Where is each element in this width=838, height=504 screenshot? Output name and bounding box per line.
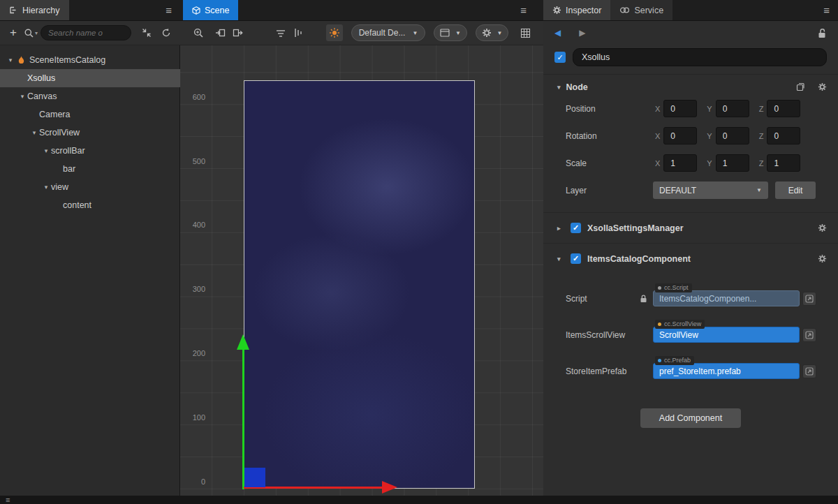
component-title: XsollaSettingsManager xyxy=(587,223,684,233)
position-y-input[interactable] xyxy=(716,100,749,117)
node-name-input[interactable] xyxy=(573,48,827,66)
prefab-reference-field[interactable]: pref_StoreItem.prefab xyxy=(653,363,800,379)
inspector-menu-icon[interactable]: ≡ xyxy=(815,0,838,20)
add-component-button[interactable]: Add Component xyxy=(640,408,741,428)
exit-node-icon[interactable] xyxy=(229,24,246,41)
ruler-label: 400 xyxy=(184,221,205,229)
asset-picker-button[interactable] xyxy=(802,364,816,378)
script-reference-field[interactable]: ItemsCatalogComponen... xyxy=(653,290,800,306)
view-mode-dropdown[interactable]: ▼ xyxy=(434,24,467,41)
rotation-x-input[interactable] xyxy=(663,127,697,144)
scale-label: Scale xyxy=(566,158,655,168)
rotation-z-input[interactable] xyxy=(767,127,800,144)
enter-node-icon[interactable] xyxy=(212,24,229,41)
expand-arrow-icon[interactable]: ▾ xyxy=(41,147,51,154)
tab-hierarchy[interactable]: Hierarchy xyxy=(0,0,69,20)
canvas-design-area[interactable] xyxy=(244,80,475,489)
x-axis-arrow-icon[interactable] xyxy=(382,481,397,494)
scene-viewport[interactable]: 600 500 400 300 200 100 0 xyxy=(180,45,543,496)
component-enabled-checkbox[interactable]: ✓ xyxy=(571,253,581,264)
scale-z-input[interactable] xyxy=(767,154,800,172)
tree-item-canvas[interactable]: ▾ Canvas xyxy=(0,87,180,105)
gizmo-light-icon[interactable] xyxy=(326,24,343,41)
hierarchy-menu-icon[interactable]: ≡ xyxy=(157,0,180,20)
asset-type-dot-icon xyxy=(658,359,661,362)
history-forward-icon[interactable]: ▶ xyxy=(579,28,585,38)
asset-type-dot-icon xyxy=(658,286,661,290)
gear-icon[interactable] xyxy=(818,82,827,91)
layer-dropdown[interactable]: DEFAULT ▼ xyxy=(653,181,768,199)
tree-item-scrollview[interactable]: ▾ ScrollView xyxy=(0,124,180,142)
inspector-history-row: ◀ ▶ xyxy=(543,21,838,45)
paste-component-icon[interactable] xyxy=(796,82,805,91)
scrollview-reference-field[interactable]: ScrollView xyxy=(653,327,800,343)
align-horizontal-icon[interactable] xyxy=(272,24,289,41)
script-prop-label: Script xyxy=(566,294,587,304)
asset-picker-button[interactable] xyxy=(802,328,816,342)
asset-picker-button[interactable] xyxy=(802,292,816,306)
collapse-all-button[interactable] xyxy=(138,24,155,41)
zoom-icon[interactable] xyxy=(190,24,207,41)
status-menu-icon[interactable]: ≡ xyxy=(0,496,10,504)
scene-menu-icon[interactable]: ≡ xyxy=(512,0,543,20)
inspector-tab-strip: Inspector Service ≡ xyxy=(543,0,838,21)
tab-inspector[interactable]: Inspector xyxy=(543,0,610,20)
tree-item-bar[interactable]: bar xyxy=(0,160,180,178)
axis-x-label: X xyxy=(655,105,660,113)
expand-arrow-icon[interactable]: ▾ xyxy=(29,129,39,136)
expand-arrow-icon[interactable]: ▸ xyxy=(557,225,564,232)
node-active-checkbox[interactable]: ✓ xyxy=(554,52,566,63)
hierarchy-icon xyxy=(9,6,18,15)
component-enabled-checkbox[interactable]: ✓ xyxy=(571,223,581,233)
chevron-down-icon: ▼ xyxy=(756,187,762,193)
add-node-button[interactable]: + xyxy=(6,26,21,40)
axis-y-label: Y xyxy=(707,132,712,140)
grid-toggle-icon[interactable] xyxy=(517,24,534,41)
gear-icon[interactable] xyxy=(818,254,827,263)
lock-open-icon[interactable] xyxy=(817,28,827,38)
position-x-input[interactable] xyxy=(663,100,697,117)
scene-settings-dropdown[interactable]: ▼ xyxy=(476,24,509,41)
position-z-input[interactable] xyxy=(767,100,800,117)
scene-tab-strip: Scene ≡ xyxy=(180,0,543,21)
rotation-row: Rotation X Y Z xyxy=(543,126,838,145)
search-filter-button[interactable]: ▾ xyxy=(24,28,38,38)
refresh-icon[interactable] xyxy=(158,24,175,41)
ruler-label: 600 xyxy=(184,93,205,101)
scale-y-input[interactable] xyxy=(716,154,749,172)
node-section-header[interactable]: ▾ Node xyxy=(543,74,838,99)
tree-item-view[interactable]: ▾ view xyxy=(0,178,180,196)
tree-item-xsollus[interactable]: Xsollus xyxy=(0,69,180,87)
expand-arrow-icon[interactable]: ▾ xyxy=(6,57,15,64)
align-vertical-icon[interactable] xyxy=(289,24,306,41)
expand-arrow-icon[interactable]: ▾ xyxy=(41,184,51,191)
tree-item-scene-root[interactable]: ▾ SceneItemsCatalog xyxy=(0,51,180,69)
service-link-icon xyxy=(619,6,630,14)
component-title: ItemsCatalogComponent xyxy=(587,254,691,264)
camera-preset-dropdown[interactable]: Default De... ▼ xyxy=(351,24,426,41)
tree-item-content[interactable]: content xyxy=(0,196,180,214)
gear-icon[interactable] xyxy=(818,223,827,232)
tab-inspector-label: Inspector xyxy=(566,6,601,15)
tree-item-scrollbar[interactable]: ▾ scrollBar xyxy=(0,142,180,160)
ruler-label: 200 xyxy=(184,349,205,357)
cocos-creator-editor: Hierarchy ≡ + ▾ ▾ xyxy=(0,0,838,504)
search-input[interactable] xyxy=(41,25,131,40)
history-back-icon[interactable]: ◀ xyxy=(554,28,561,38)
store-item-prefab-prop-label: StoreItemPrefab xyxy=(566,366,626,376)
expand-arrow-icon[interactable]: ▾ xyxy=(557,84,561,91)
items-catalog-component-header[interactable]: ▾ ✓ ItemsCatalogComponent xyxy=(543,243,838,274)
tab-service[interactable]: Service xyxy=(610,0,672,20)
tab-scene[interactable]: Scene xyxy=(183,0,238,20)
layer-edit-button[interactable]: Edit xyxy=(775,181,816,199)
y-axis-arrow-icon[interactable] xyxy=(237,334,249,350)
xsolla-settings-manager-header[interactable]: ▸ ✓ XsollaSettingsManager xyxy=(543,212,838,243)
scene-flame-icon xyxy=(15,56,27,65)
axis-x-label: X xyxy=(655,159,660,168)
tree-item-camera[interactable]: Camera xyxy=(0,105,180,124)
rotation-y-input[interactable] xyxy=(716,127,749,144)
expand-arrow-icon[interactable]: ▾ xyxy=(557,255,564,262)
expand-arrow-icon[interactable]: ▾ xyxy=(17,93,27,100)
origin-handle[interactable] xyxy=(244,468,265,487)
scale-x-input[interactable] xyxy=(663,154,697,172)
